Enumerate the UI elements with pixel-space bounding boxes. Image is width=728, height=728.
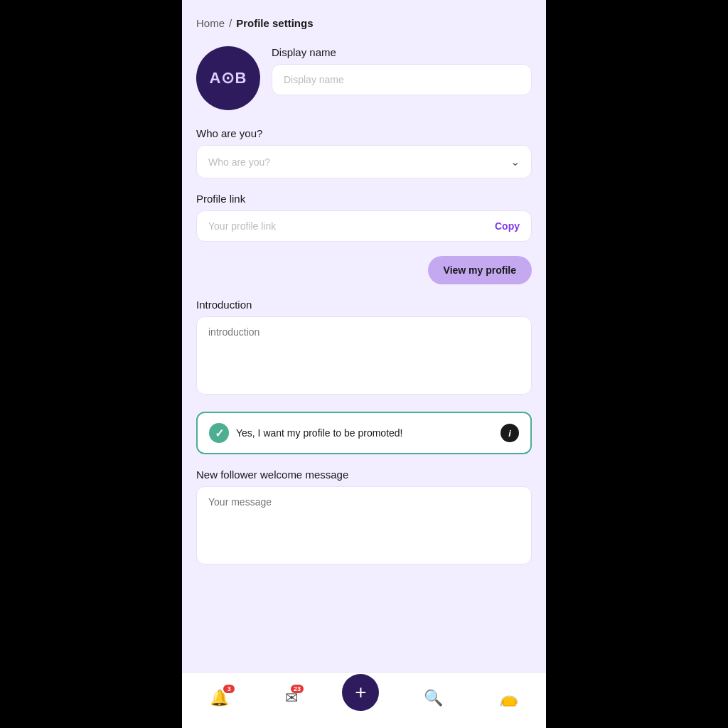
nav-notifications[interactable]: 🔔 3 [198,686,240,710]
profile-header: A⊙B Display name [196,46,532,110]
welcome-message-label: New follower welcome message [196,469,532,481]
wallet-icon: 👝 [499,689,518,707]
promotion-banner[interactable]: ✓ Yes, I want my profile to be promoted!… [196,412,532,454]
view-profile-row: View my profile [196,256,532,284]
content-area: Home / Profile settings A⊙B Display name… [182,0,546,672]
introduction-section: Introduction [196,299,532,397]
display-name-input[interactable] [272,64,532,95]
nav-wallet[interactable]: 👝 [488,686,530,710]
display-name-label: Display name [272,46,532,58]
check-mark: ✓ [215,427,224,440]
introduction-label: Introduction [196,299,532,311]
breadcrumb-separator: / [229,17,232,29]
profile-link-placeholder: Your profile link [208,220,276,232]
profile-link-label: Profile link [196,193,532,205]
display-name-section: Display name [272,46,532,95]
welcome-message-section: New follower welcome message [196,469,532,567]
plus-icon: + [355,682,366,702]
promotion-text: Yes, I want my profile to be promoted! [236,427,493,439]
profile-link-wrapper: Your profile link Copy [196,210,532,242]
nav-mail[interactable]: ✉ 23 [274,686,309,710]
who-are-you-label: Who are you? [196,127,532,139]
info-icon[interactable]: i [500,424,519,442]
avatar-circle: A⊙B [196,46,260,110]
breadcrumb-home[interactable]: Home [196,17,225,29]
who-are-you-placeholder: Who are you? [208,156,270,168]
view-profile-button[interactable]: View my profile [428,256,532,284]
phone-container: Home / Profile settings A⊙B Display name… [182,0,546,728]
add-button[interactable]: + [342,674,379,711]
chevron-down-icon: ⌄ [510,155,520,168]
copy-button[interactable]: Copy [495,220,520,232]
profile-link-section: Profile link Your profile link Copy [196,193,532,242]
avatar-initials: A⊙B [210,69,247,87]
info-symbol: i [508,428,511,439]
mail-badge: 23 [291,685,304,693]
bottom-nav: 🔔 3 ✉ 23 + 🔍 👝 [182,672,546,728]
introduction-textarea[interactable] [196,316,532,395]
who-are-you-section: Who are you? Who are you? ⌄ [196,127,532,178]
breadcrumb: Home / Profile settings [196,17,532,29]
avatar-wrapper[interactable]: A⊙B [196,46,260,110]
search-icon: 🔍 [424,689,443,707]
welcome-message-textarea[interactable] [196,486,532,564]
who-are-you-dropdown[interactable]: Who are you? ⌄ [196,145,532,178]
check-circle-icon: ✓ [209,423,229,443]
nav-search[interactable]: 🔍 [412,686,454,710]
notification-badge: 3 [223,685,235,693]
breadcrumb-current: Profile settings [236,17,313,29]
